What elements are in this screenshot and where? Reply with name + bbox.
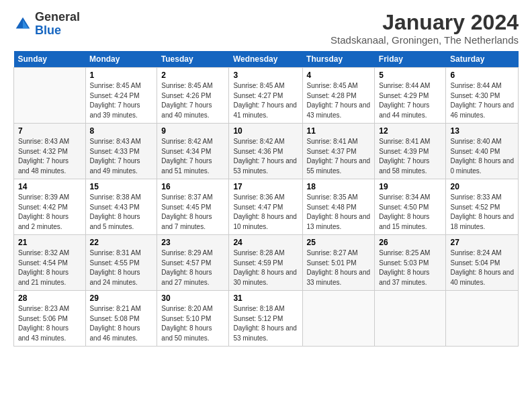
day-info: Sunrise: 8:36 AMSunset: 4:47 PMDaylight:…	[233, 193, 297, 230]
day-info: Sunrise: 8:31 AMSunset: 4:55 PMDaylight:…	[90, 249, 141, 286]
day-info: Sunrise: 8:35 AMSunset: 4:48 PMDaylight:…	[307, 193, 371, 230]
table-row: 3 Sunrise: 8:45 AMSunset: 4:27 PMDayligh…	[229, 68, 302, 124]
logo-icon	[13, 15, 32, 34]
table-row: 7 Sunrise: 8:43 AMSunset: 4:32 PMDayligh…	[14, 124, 86, 179]
day-number: 15	[90, 182, 153, 191]
day-info: Sunrise: 8:41 AMSunset: 4:39 PMDaylight:…	[379, 138, 430, 175]
day-number: 14	[18, 182, 81, 191]
location: Stadskanaal, Groningen, The Netherlands	[330, 34, 519, 46]
table-row: 28 Sunrise: 8:23 AMSunset: 5:06 PMDaylig…	[14, 291, 86, 347]
calendar-week-1: 1 Sunrise: 8:45 AMSunset: 4:24 PMDayligh…	[14, 68, 519, 124]
col-sunday: Sunday	[14, 51, 86, 68]
day-number: 9	[161, 126, 224, 136]
day-number: 8	[90, 126, 153, 136]
table-row: 15 Sunrise: 8:38 AMSunset: 4:43 PMDaylig…	[85, 179, 157, 235]
day-number: 21	[18, 238, 81, 247]
day-number: 27	[450, 238, 514, 247]
day-number: 22	[90, 238, 153, 247]
table-row: 22 Sunrise: 8:31 AMSunset: 4:55 PMDaylig…	[85, 235, 157, 291]
day-info: Sunrise: 8:43 AMSunset: 4:32 PMDaylight:…	[18, 138, 69, 175]
table-row: 2 Sunrise: 8:45 AMSunset: 4:26 PMDayligh…	[157, 68, 229, 124]
day-number: 1	[90, 71, 153, 80]
day-info: Sunrise: 8:45 AMSunset: 4:27 PMDaylight:…	[233, 82, 297, 119]
day-number: 7	[18, 126, 81, 136]
day-info: Sunrise: 8:41 AMSunset: 4:37 PMDaylight:…	[307, 138, 371, 175]
table-row: 10 Sunrise: 8:42 AMSunset: 4:36 PMDaylig…	[229, 124, 302, 179]
day-info: Sunrise: 8:24 AMSunset: 5:04 PMDaylight:…	[450, 249, 514, 286]
day-info: Sunrise: 8:34 AMSunset: 4:50 PMDaylight:…	[379, 193, 430, 230]
day-info: Sunrise: 8:28 AMSunset: 4:59 PMDaylight:…	[233, 249, 297, 286]
table-row: 16 Sunrise: 8:37 AMSunset: 4:45 PMDaylig…	[157, 179, 229, 235]
table-row: 20 Sunrise: 8:33 AMSunset: 4:52 PMDaylig…	[446, 179, 519, 235]
day-info: Sunrise: 8:37 AMSunset: 4:45 PMDaylight:…	[161, 193, 212, 230]
calendar-week-5: 28 Sunrise: 8:23 AMSunset: 5:06 PMDaylig…	[14, 291, 519, 347]
table-row: 11 Sunrise: 8:41 AMSunset: 4:37 PMDaylig…	[302, 124, 375, 179]
day-info: Sunrise: 8:40 AMSunset: 4:40 PMDaylight:…	[450, 138, 514, 175]
day-info: Sunrise: 8:44 AMSunset: 4:29 PMDaylight:…	[379, 82, 430, 119]
col-thursday: Thursday	[302, 51, 375, 68]
table-row: 31 Sunrise: 8:18 AMSunset: 5:12 PMDaylig…	[229, 291, 302, 347]
table-row: 30 Sunrise: 8:20 AMSunset: 5:10 PMDaylig…	[157, 291, 229, 347]
col-saturday: Saturday	[446, 51, 519, 68]
day-number: 31	[233, 293, 298, 303]
day-number: 13	[450, 126, 514, 136]
logo-text: General Blue	[35, 11, 80, 38]
table-row: 12 Sunrise: 8:41 AMSunset: 4:39 PMDaylig…	[375, 124, 446, 179]
table-row: 29 Sunrise: 8:21 AMSunset: 5:08 PMDaylig…	[85, 291, 157, 347]
day-info: Sunrise: 8:45 AMSunset: 4:28 PMDaylight:…	[307, 82, 371, 119]
logo-blue: Blue	[35, 24, 61, 37]
day-info: Sunrise: 8:45 AMSunset: 4:24 PMDaylight:…	[90, 82, 141, 119]
day-number: 5	[379, 71, 441, 80]
col-friday: Friday	[375, 51, 446, 68]
table-row: 14 Sunrise: 8:39 AMSunset: 4:42 PMDaylig…	[14, 179, 86, 235]
table-row: 23 Sunrise: 8:29 AMSunset: 4:57 PMDaylig…	[157, 235, 229, 291]
logo-general: General	[35, 10, 80, 24]
month-title: January 2024	[330, 11, 519, 34]
table-row: 27 Sunrise: 8:24 AMSunset: 5:04 PMDaylig…	[446, 235, 519, 291]
day-number: 28	[18, 293, 81, 303]
table-row: 9 Sunrise: 8:42 AMSunset: 4:34 PMDayligh…	[157, 124, 229, 179]
day-info: Sunrise: 8:42 AMSunset: 4:36 PMDaylight:…	[233, 138, 297, 175]
day-info: Sunrise: 8:21 AMSunset: 5:08 PMDaylight:…	[90, 305, 141, 342]
table-row: 25 Sunrise: 8:27 AMSunset: 5:01 PMDaylig…	[302, 235, 375, 291]
day-number: 10	[233, 126, 298, 136]
table-row: 8 Sunrise: 8:43 AMSunset: 4:33 PMDayligh…	[85, 124, 157, 179]
day-number: 25	[307, 238, 371, 247]
calendar-table: Sunday Monday Tuesday Wednesday Thursday…	[13, 51, 519, 347]
day-info: Sunrise: 8:32 AMSunset: 4:54 PMDaylight:…	[18, 249, 69, 286]
table-row: 26 Sunrise: 8:25 AMSunset: 5:03 PMDaylig…	[375, 235, 446, 291]
table-row: 13 Sunrise: 8:40 AMSunset: 4:40 PMDaylig…	[446, 124, 519, 179]
day-info: Sunrise: 8:23 AMSunset: 5:06 PMDaylight:…	[18, 305, 69, 342]
logo: General Blue	[13, 11, 80, 38]
day-info: Sunrise: 8:44 AMSunset: 4:30 PMDaylight:…	[450, 82, 514, 119]
day-info: Sunrise: 8:18 AMSunset: 5:12 PMDaylight:…	[233, 305, 297, 342]
day-number: 29	[90, 293, 153, 303]
table-row: 18 Sunrise: 8:35 AMSunset: 4:48 PMDaylig…	[302, 179, 375, 235]
day-number: 11	[307, 126, 371, 136]
table-row: 6 Sunrise: 8:44 AMSunset: 4:30 PMDayligh…	[446, 68, 519, 124]
day-number: 18	[307, 182, 371, 191]
day-info: Sunrise: 8:45 AMSunset: 4:26 PMDaylight:…	[161, 82, 212, 119]
table-row: 17 Sunrise: 8:36 AMSunset: 4:47 PMDaylig…	[229, 179, 302, 235]
calendar-week-3: 14 Sunrise: 8:39 AMSunset: 4:42 PMDaylig…	[14, 179, 519, 235]
table-row: 24 Sunrise: 8:28 AMSunset: 4:59 PMDaylig…	[229, 235, 302, 291]
day-number: 3	[233, 71, 298, 80]
table-row	[375, 291, 446, 347]
day-number: 20	[450, 182, 514, 191]
day-number: 19	[379, 182, 441, 191]
day-number: 6	[450, 71, 514, 80]
day-number: 16	[161, 182, 224, 191]
table-row	[302, 291, 375, 347]
col-tuesday: Tuesday	[157, 51, 229, 68]
day-info: Sunrise: 8:27 AMSunset: 5:01 PMDaylight:…	[307, 249, 371, 286]
day-number: 2	[161, 71, 224, 80]
table-row: 1 Sunrise: 8:45 AMSunset: 4:24 PMDayligh…	[85, 68, 157, 124]
day-info: Sunrise: 8:42 AMSunset: 4:34 PMDaylight:…	[161, 138, 212, 175]
day-info: Sunrise: 8:29 AMSunset: 4:57 PMDaylight:…	[161, 249, 212, 286]
day-number: 4	[307, 71, 371, 80]
day-info: Sunrise: 8:20 AMSunset: 5:10 PMDaylight:…	[161, 305, 212, 342]
page-header: General Blue January 2024 Stadskanaal, G…	[13, 11, 519, 46]
table-row: 21 Sunrise: 8:32 AMSunset: 4:54 PMDaylig…	[14, 235, 86, 291]
day-number: 26	[379, 238, 441, 247]
day-number: 23	[161, 238, 224, 247]
